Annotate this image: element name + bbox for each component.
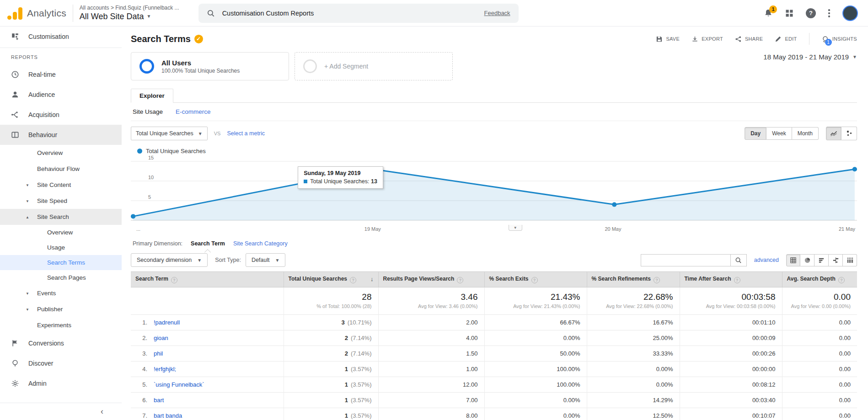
help-icon[interactable]: ? — [838, 277, 845, 283]
view-comparison-button[interactable] — [829, 254, 843, 266]
segment-all-users[interactable]: All Users 100.00% Total Unique Searches — [131, 52, 289, 80]
sidebar-item-behaviour[interactable]: Behaviour — [0, 125, 122, 145]
export-button[interactable]: EXPORT — [691, 36, 723, 43]
sidebar-item-experiments[interactable]: Experiments — [0, 317, 122, 333]
search-term-link[interactable]: `using Funnelback` — [154, 381, 204, 388]
help-button[interactable]: ? — [806, 8, 816, 18]
cell-value: 0.00 — [782, 393, 857, 408]
bar-chart-icon — [818, 257, 825, 264]
col-header-avg-search-depth[interactable]: Avg. Search Depth? — [782, 272, 857, 287]
timeseries-chart[interactable]: 51015 Sunday, 19 May 2019 Total Unique S… — [131, 156, 857, 225]
metric-dropdown[interactable]: Total Unique Searches ▼ — [131, 127, 208, 140]
date-range-selector[interactable]: 18 May 2019 - 21 May 2019 ▼ — [763, 53, 857, 61]
search-term-link[interactable]: bart — [154, 397, 164, 404]
secondary-dimension-button[interactable]: Secondary dimension ▼ — [131, 253, 208, 267]
sidebar-item-admin[interactable]: Admin — [0, 373, 122, 393]
search-term-link[interactable]: !padrenull — [154, 319, 180, 326]
dimension-site-search-category[interactable]: Site Search Category — [233, 240, 288, 247]
sort-type-button[interactable]: Default ▼ — [246, 253, 286, 267]
view-pivot-button[interactable] — [843, 254, 857, 266]
search-terms-table: Search Term? Total Unique Searches?↓ Res… — [131, 271, 857, 420]
sidebar-collapse-button[interactable]: ‹ — [0, 403, 122, 420]
view-performance-button[interactable] — [814, 254, 829, 266]
granularity-week-button[interactable]: Week — [766, 127, 792, 140]
sidebar-item-site-content[interactable]: ▼Site Content — [0, 177, 122, 193]
help-icon[interactable]: ? — [734, 277, 740, 283]
cell-pct: (3.57%) — [351, 412, 372, 419]
feedback-link[interactable]: Feedback — [484, 10, 510, 16]
sidebar-item-acquisition[interactable]: Acquisition — [0, 105, 122, 125]
table-view-toggle — [786, 254, 857, 266]
help-icon[interactable]: ? — [531, 277, 538, 283]
sidebar-item-behaviour-flow[interactable]: Behaviour Flow — [0, 161, 122, 177]
sidebar-item-site-search[interactable]: ▲Site Search — [0, 209, 122, 225]
property-selector[interactable]: All Web Site Data ▼ — [80, 11, 179, 22]
view-percentage-button[interactable] — [800, 254, 814, 266]
table-search-input[interactable] — [641, 254, 730, 266]
edit-button[interactable]: EDIT — [775, 36, 797, 43]
col-header-search-term[interactable]: Search Term? — [131, 272, 284, 287]
sidebar-item-customisation[interactable]: Customisation — [0, 27, 122, 47]
sidebar-item-label: Events — [37, 290, 56, 297]
search-term-link[interactable]: gioan — [154, 335, 168, 341]
sidebar-item-search-pages[interactable]: Search Pages — [0, 270, 122, 285]
sidebar-item-search-terms[interactable]: Search Terms — [0, 255, 122, 270]
select-metric-link[interactable]: Select a metric — [227, 130, 265, 137]
cell-value: 4.00 — [378, 330, 484, 346]
dimension-search-term[interactable]: Search Term — [191, 240, 225, 247]
notifications-button[interactable]: 1 — [764, 9, 773, 18]
help-icon[interactable]: ? — [171, 277, 177, 283]
search-term-link[interactable]: bart banda — [154, 412, 182, 419]
search-term-link[interactable]: phil — [154, 350, 163, 357]
sidebar-item-sitesearch-overview[interactable]: Overview — [0, 225, 122, 240]
sidebar-item-conversions[interactable]: Conversions — [0, 333, 122, 353]
col-header-search-exits[interactable]: % Search Exits? — [484, 272, 587, 287]
help-icon[interactable]: ? — [457, 277, 463, 283]
breadcrumb[interactable]: All accounts > Find.Squiz (Funnelback ..… — [80, 5, 179, 11]
subtab-ecommerce[interactable]: E-commerce — [176, 108, 211, 115]
sidebar-item-overview[interactable]: Overview — [0, 145, 122, 161]
subtab-site-usage[interactable]: Site Usage — [133, 108, 163, 115]
save-button[interactable]: SAVE — [656, 36, 680, 43]
search-query-text[interactable]: Customisation Custom Reports — [222, 10, 477, 17]
tab-explorer[interactable]: Explorer — [131, 89, 173, 103]
insights-button[interactable]: 1 INSIGHTS — [821, 35, 857, 43]
granularity-day-button[interactable]: Day — [745, 127, 766, 140]
line-chart-toggle[interactable] — [826, 127, 841, 140]
kebab-menu-icon — [828, 9, 830, 18]
sidebar-item-label: Behaviour — [28, 131, 57, 138]
global-search-bar[interactable]: Customisation Custom Reports Feedback — [198, 4, 519, 23]
motion-chart-toggle[interactable] — [841, 127, 857, 140]
col-header-results-page-views[interactable]: Results Page Views/Search? — [378, 272, 484, 287]
sidebar-item-realtime[interactable]: Real-time — [0, 64, 122, 85]
sidebar-item-audience[interactable]: Audience — [0, 85, 122, 105]
chart-collapse-handle[interactable]: ▼ — [509, 225, 522, 231]
help-icon[interactable]: ? — [350, 277, 356, 283]
help-icon[interactable]: ? — [654, 277, 660, 283]
add-segment-button[interactable]: + Add Segment — [295, 52, 453, 80]
user-avatar[interactable] — [842, 5, 858, 21]
col-header-total-unique-searches[interactable]: Total Unique Searches?↓ — [284, 272, 378, 287]
table-search-button[interactable] — [730, 254, 747, 266]
chevron-down-icon: ▼ — [26, 291, 29, 295]
advanced-link[interactable]: advanced — [754, 257, 779, 263]
view-table-button[interactable] — [786, 254, 800, 266]
table-row: 1.!padrenull 3(10.71%) 2.00 66.67% 16.67… — [131, 315, 857, 330]
col-header-time-after-search[interactable]: Time After Search? — [680, 272, 782, 287]
share-button[interactable]: SHARE — [735, 36, 763, 43]
col-header-search-refinements[interactable]: % Search Refinements? — [587, 272, 680, 287]
granularity-month-button[interactable]: Month — [792, 127, 819, 140]
sidebar-item-discover[interactable]: Discover — [0, 353, 122, 373]
overflow-menu-button[interactable] — [828, 9, 830, 18]
granularity-toggle: Day Week Month — [745, 127, 819, 140]
pie-chart-icon — [804, 257, 811, 264]
sidebar-item-usage[interactable]: Usage — [0, 240, 122, 255]
total-sub: Avg for View: 0.00 (0.00%) — [789, 303, 851, 309]
search-term-link[interactable]: !erfghjkl; — [154, 366, 176, 372]
sort-type-label: Sort Type: — [215, 257, 241, 263]
sidebar-item-site-speed[interactable]: ▼Site Speed — [0, 193, 122, 209]
sidebar-item-publisher[interactable]: ▼Publisher — [0, 301, 122, 317]
chevron-down-icon: ▼ — [198, 131, 203, 136]
apps-grid-button[interactable] — [785, 9, 794, 18]
sidebar-item-events[interactable]: ▼Events — [0, 285, 122, 301]
